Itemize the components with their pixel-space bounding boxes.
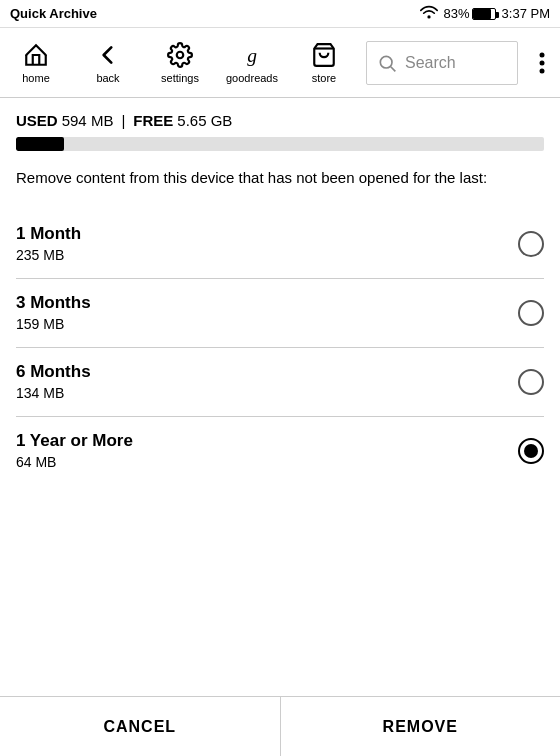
nav-goodreads-label: goodreads — [226, 72, 278, 84]
settings-icon — [167, 42, 193, 68]
nav-goodreads[interactable]: g goodreads — [216, 28, 288, 98]
nav-settings-label: settings — [161, 72, 199, 84]
bottom-bar: CANCEL REMOVE — [0, 696, 560, 756]
option-3-months-label: 3 Months — [16, 293, 91, 313]
home-icon — [23, 42, 49, 68]
option-1-year-size: 64 MB — [16, 454, 56, 470]
svg-text:g: g — [247, 44, 257, 65]
nav-back[interactable]: back — [72, 28, 144, 98]
svg-line-4 — [391, 66, 396, 71]
more-menu-button[interactable] — [524, 28, 560, 98]
option-1-month-size: 235 MB — [16, 247, 64, 263]
option-6-months-label: 6 Months — [16, 362, 91, 382]
clock: 3:37 PM — [502, 6, 550, 21]
back-icon — [95, 42, 121, 68]
option-6-months[interactable]: 6 Months 134 MB — [16, 348, 544, 417]
store-icon — [311, 42, 337, 68]
storage-progress-bar — [16, 137, 544, 151]
battery-bar — [472, 8, 496, 20]
nav-home[interactable]: home — [0, 28, 72, 98]
options-list: 1 Month 235 MB 3 Months 159 MB 6 Months … — [16, 210, 544, 485]
svg-point-7 — [540, 68, 545, 73]
nav-bar: home back settings g goodreads — [0, 28, 560, 98]
option-3-months[interactable]: 3 Months 159 MB — [16, 279, 544, 348]
svg-point-0 — [177, 51, 184, 58]
free-value: 5.65 GB — [177, 112, 232, 129]
svg-point-6 — [540, 60, 545, 65]
nav-items: home back settings g goodreads — [0, 28, 360, 98]
option-3-months-radio[interactable] — [518, 300, 544, 326]
svg-point-3 — [380, 56, 392, 68]
option-1-year-label: 1 Year or More — [16, 431, 133, 451]
used-value: 594 MB — [62, 112, 114, 129]
search-box[interactable]: Search — [366, 41, 518, 85]
option-6-months-size: 134 MB — [16, 385, 64, 401]
nav-home-label: home — [22, 72, 50, 84]
battery-fill — [473, 9, 491, 19]
status-bar: Quick Archive 83% 3:37 PM — [0, 0, 560, 28]
app-title: Quick Archive — [10, 6, 97, 21]
nav-store[interactable]: store — [288, 28, 360, 98]
cancel-button[interactable]: CANCEL — [0, 697, 281, 756]
option-1-year[interactable]: 1 Year or More 64 MB — [16, 417, 544, 485]
nav-store-label: store — [312, 72, 336, 84]
storage-separator: | — [121, 112, 125, 129]
storage-info: USED 594 MB | FREE 5.65 GB — [16, 112, 544, 129]
progress-bar-fill — [16, 137, 64, 151]
free-label: FREE — [133, 112, 173, 129]
option-6-months-radio[interactable] — [518, 369, 544, 395]
option-1-month-radio[interactable] — [518, 231, 544, 257]
nav-back-label: back — [96, 72, 119, 84]
goodreads-icon: g — [239, 42, 265, 68]
remove-button[interactable]: REMOVE — [281, 697, 561, 756]
battery-indicator: 83% — [444, 6, 496, 21]
nav-settings[interactable]: settings — [144, 28, 216, 98]
content-area: USED 594 MB | FREE 5.65 GB Remove conten… — [0, 98, 560, 696]
more-icon — [539, 52, 545, 74]
svg-point-5 — [540, 52, 545, 57]
option-1-month-label: 1 Month — [16, 224, 81, 244]
used-label: USED — [16, 112, 58, 129]
option-1-month[interactable]: 1 Month 235 MB — [16, 210, 544, 279]
option-1-year-radio[interactable] — [518, 438, 544, 464]
battery-percentage: 83% — [444, 6, 470, 21]
search-icon — [377, 53, 397, 73]
option-3-months-size: 159 MB — [16, 316, 64, 332]
wifi-icon — [420, 5, 438, 22]
status-indicators: 83% 3:37 PM — [420, 5, 550, 22]
search-placeholder: Search — [405, 54, 456, 72]
description-text: Remove content from this device that has… — [16, 167, 544, 190]
